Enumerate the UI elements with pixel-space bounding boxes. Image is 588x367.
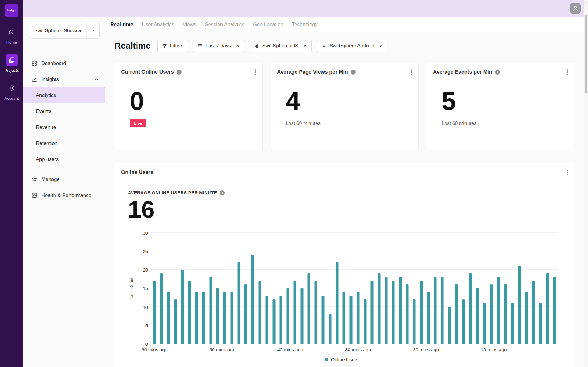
bar[interactable] <box>448 307 451 344</box>
bar[interactable] <box>265 296 268 344</box>
info-icon[interactable] <box>351 70 356 75</box>
kebab-menu-icon[interactable] <box>566 68 570 76</box>
bar[interactable] <box>223 292 226 344</box>
chip-close-button[interactable] <box>304 43 307 49</box>
bar[interactable] <box>392 281 394 344</box>
bar[interactable] <box>343 292 345 344</box>
bar[interactable] <box>280 296 282 344</box>
bar[interactable] <box>153 281 156 344</box>
bar[interactable] <box>525 292 528 344</box>
bar[interactable] <box>272 299 275 344</box>
bar[interactable] <box>160 273 163 344</box>
filter-icon <box>162 43 167 49</box>
kebab-menu-icon[interactable] <box>254 68 258 76</box>
filters-button[interactable]: Filters <box>157 40 188 52</box>
bar[interactable] <box>413 299 416 344</box>
app-logo[interactable]: insight <box>5 4 18 17</box>
bar[interactable] <box>315 281 317 344</box>
bar[interactable] <box>504 284 507 344</box>
sidebar-item-retention[interactable]: Retention <box>23 135 105 151</box>
kebab-menu-icon[interactable] <box>410 68 414 76</box>
bar[interactable] <box>209 277 212 344</box>
tab-user-analytics[interactable]: User Analytics <box>142 22 174 27</box>
sidebar-item-revenue[interactable]: Revenue <box>23 119 105 135</box>
bar[interactable] <box>181 270 184 344</box>
info-icon[interactable] <box>495 70 500 75</box>
stat-card-value: 4 <box>286 88 412 114</box>
profile-button[interactable] <box>570 3 581 14</box>
bar[interactable] <box>483 303 486 344</box>
chip-close-button[interactable] <box>380 43 383 49</box>
rail-item-home[interactable]: Home <box>0 26 23 45</box>
bar[interactable] <box>357 292 359 344</box>
bar[interactable] <box>539 303 542 344</box>
bar[interactable] <box>237 262 240 344</box>
bar[interactable] <box>553 277 556 344</box>
bar[interactable] <box>244 284 247 344</box>
live-badge: Live <box>130 119 146 127</box>
rail-item-account[interactable]: Account <box>0 82 23 101</box>
filter-chip-swiftsphere-android[interactable]: SwiftSphere Android <box>317 40 388 52</box>
bar[interactable] <box>293 281 296 344</box>
tab-real-time[interactable]: Real-time <box>110 22 133 27</box>
bar[interactable] <box>364 299 366 344</box>
bar[interactable] <box>167 292 170 344</box>
bar[interactable] <box>251 255 254 344</box>
bar[interactable] <box>202 292 205 344</box>
bar[interactable] <box>441 277 444 344</box>
bar[interactable] <box>385 277 387 344</box>
bar[interactable] <box>259 281 261 344</box>
bar[interactable] <box>469 273 472 344</box>
bar[interactable] <box>455 284 458 344</box>
bar[interactable] <box>462 299 465 344</box>
scrollbar-thumb[interactable] <box>585 15 587 93</box>
rail-item-projects[interactable]: Projects <box>0 54 23 73</box>
info-icon[interactable] <box>220 190 225 195</box>
bar[interactable] <box>308 273 310 344</box>
bar[interactable] <box>511 303 514 344</box>
bar[interactable] <box>434 277 437 344</box>
tab-session-analytics[interactable]: Session Analytics <box>205 22 244 27</box>
scrollbar[interactable] <box>584 0 588 367</box>
chip-close-button[interactable] <box>236 43 239 49</box>
bar[interactable] <box>329 314 331 344</box>
bar[interactable] <box>420 281 423 344</box>
bar[interactable] <box>476 288 479 344</box>
sidebar-item-insights[interactable]: Insights <box>23 71 105 87</box>
bar[interactable] <box>350 296 353 344</box>
bar[interactable] <box>300 288 303 344</box>
bar[interactable] <box>497 277 500 344</box>
bar[interactable] <box>188 281 191 344</box>
sidebar-item-health-performance[interactable]: Health & Performance <box>23 187 105 203</box>
tab-technology[interactable]: Technology <box>292 22 317 27</box>
filter-chip-last-7-days[interactable]: Last 7 days <box>193 40 244 52</box>
bar[interactable] <box>399 277 402 344</box>
bar[interactable] <box>406 284 409 344</box>
bar[interactable] <box>230 292 233 344</box>
info-icon[interactable] <box>177 70 182 75</box>
bar[interactable] <box>427 292 430 344</box>
bar[interactable] <box>532 281 535 344</box>
sidebar-item-analytics[interactable]: Analytics <box>23 87 105 103</box>
kebab-menu-icon[interactable] <box>566 168 570 177</box>
filter-chip-swiftsphere-ios[interactable]: SwiftSphere iOS <box>250 40 312 52</box>
bar[interactable] <box>195 292 198 344</box>
project-selector[interactable]: SwiftSphere (Showca... <box>29 23 100 39</box>
sidebar-item-manage[interactable]: Manage <box>23 171 105 187</box>
bar[interactable] <box>518 266 521 344</box>
bar[interactable] <box>378 273 381 344</box>
sidebar-item-events[interactable]: Events <box>23 103 105 119</box>
bar[interactable] <box>546 273 549 344</box>
sidebar-item-dashboard[interactable]: Dashboard <box>23 55 105 71</box>
bar[interactable] <box>322 296 325 344</box>
bar[interactable] <box>336 262 338 344</box>
bar[interactable] <box>174 299 177 344</box>
sidebar-item-app-users[interactable]: App users <box>23 151 105 167</box>
bar[interactable] <box>216 288 219 344</box>
bar[interactable] <box>287 288 289 344</box>
scroll-up-arrow-icon[interactable] <box>584 0 588 5</box>
bar[interactable] <box>490 284 493 344</box>
tab-views[interactable]: Views <box>183 22 196 27</box>
bar[interactable] <box>371 281 374 344</box>
tab-geo-location[interactable]: Geo Location <box>253 22 283 27</box>
